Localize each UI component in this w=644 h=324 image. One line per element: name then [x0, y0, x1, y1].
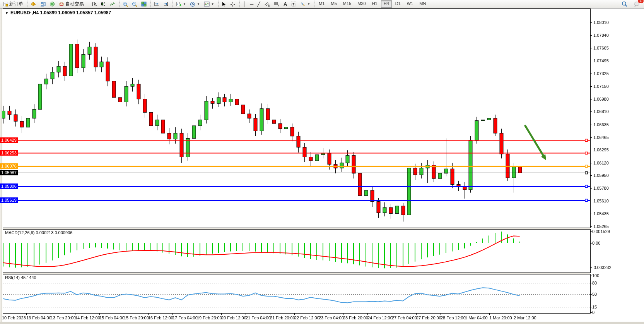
vertical-line-button[interactable]: │: [241, 0, 248, 8]
channel-button[interactable]: E: [262, 0, 272, 8]
zoom-out-button[interactable]: [130, 0, 139, 8]
periods-caret: ▼: [197, 2, 200, 6]
new-order-button[interactable]: 新订单: [1, 0, 25, 8]
cursor-group: [218, 0, 239, 8]
chart-shift-button[interactable]: [161, 0, 171, 8]
text-icon: A: [284, 2, 287, 7]
new-order-icon: [3, 2, 8, 7]
templates-caret: ▼: [211, 2, 214, 6]
metaeditor-button[interactable]: [29, 0, 38, 8]
timeframe-button-m15[interactable]: M15: [340, 0, 354, 8]
timeframe-button-m5[interactable]: M5: [328, 0, 340, 8]
cursor-icon: [222, 2, 226, 7]
tile-windows-icon: [141, 2, 147, 7]
bar-chart-button[interactable]: [89, 0, 99, 8]
crosshair-button[interactable]: [228, 0, 237, 8]
vertical-line-icon: │: [243, 2, 246, 7]
periods-button[interactable]: ▼: [188, 0, 202, 8]
timeframe-button-d1[interactable]: D1: [393, 0, 403, 8]
timeframe-button-mn[interactable]: MN: [417, 0, 429, 8]
service-group: 自动交易: [27, 0, 87, 8]
arrow-objects-icon: [300, 2, 306, 7]
zoom-group: [119, 0, 150, 8]
text-button[interactable]: A: [282, 0, 289, 8]
template-icon: [204, 2, 210, 7]
robot-icon: [59, 2, 64, 7]
timeframe-button-w1[interactable]: W1: [404, 0, 416, 8]
horizontal-line-icon: ─: [250, 2, 253, 7]
timeframe-button-h1[interactable]: H1: [369, 0, 380, 8]
timeframe-button-m30[interactable]: M30: [355, 0, 368, 8]
crosshair-icon: [230, 2, 236, 7]
indicators-add-icon: [176, 2, 181, 7]
tester-person-icon: [40, 2, 46, 7]
clock-icon: [190, 2, 195, 7]
indicators-caret: ▼: [183, 2, 186, 6]
main-toolbar: 新订单 自动交易 ▼ ▼ ▼: [0, 0, 644, 9]
order-group: 新订单: [0, 0, 26, 8]
auto-scroll-icon: [154, 2, 159, 7]
window-bottom-edge: [0, 322, 644, 324]
chart-ohlc-title[interactable]: ▼EURUSD-,H4 1.05899 1.06059 1.05857 1.05…: [5, 10, 111, 15]
equidistant-channel-icon: E: [264, 2, 270, 7]
scroll-group: [150, 0, 172, 8]
svg-text:E: E: [268, 4, 270, 7]
cursor-button[interactable]: [220, 0, 228, 8]
search-button[interactable]: [620, 0, 629, 8]
trading-platform-window: 新订单 自动交易 ▼ ▼ ▼: [0, 0, 644, 324]
arrows-caret: ▼: [307, 2, 310, 6]
trendline-button[interactable]: ╱: [255, 0, 262, 8]
timeframe-button-m1[interactable]: M1: [316, 0, 327, 8]
line-chart-icon: [110, 2, 115, 7]
new-order-label: 新订单: [9, 1, 23, 7]
svg-text:T: T: [292, 2, 295, 6]
timeframe-group: M1M5M15M30H1H4D1W1MN: [314, 0, 430, 8]
svg-text:F: F: [278, 4, 279, 7]
chart-type-group: [88, 0, 118, 8]
indicators-button[interactable]: ▼: [174, 0, 188, 8]
strategy-tester-button[interactable]: [38, 0, 48, 8]
zoom-in-icon: [123, 2, 128, 7]
candlestick-chart-button[interactable]: [99, 0, 108, 8]
objects-group: ▼ ▼ ▼: [173, 0, 217, 8]
line-chart-button[interactable]: [108, 0, 117, 8]
auto-trading-button[interactable]: 自动交易: [57, 0, 86, 8]
arrows-button[interactable]: ▼: [298, 0, 312, 8]
collapse-triangle-icon: ▼: [5, 11, 9, 15]
chart-canvas[interactable]: [0, 0, 644, 324]
fibonacci-icon: F: [274, 2, 280, 7]
bar-chart-icon: [91, 2, 97, 7]
templates-button[interactable]: ▼: [202, 0, 216, 8]
auto-trading-label: 自动交易: [65, 1, 84, 7]
chat-badge: 1: [637, 0, 644, 3]
horizontal-line-button[interactable]: ─: [248, 0, 255, 8]
chat-button[interactable]: 1: [632, 0, 642, 8]
window-left-edge: [0, 8, 2, 322]
chart-shift-icon: [163, 2, 169, 7]
tile-windows-button[interactable]: [139, 0, 149, 8]
toolbar-right: 1: [620, 0, 644, 8]
trendline-icon: ╱: [257, 2, 260, 7]
symbol-ohlc-text: EURUSD-,H4 1.05899 1.06059 1.05857 1.059…: [10, 10, 111, 15]
search-icon: [622, 1, 627, 7]
signals-button[interactable]: [48, 0, 57, 8]
text-label-button[interactable]: T: [289, 0, 298, 8]
zoom-in-button[interactable]: [121, 0, 130, 8]
rsi-indicator-label: RSI(14) 45.1440: [5, 275, 36, 280]
candlestick-chart-icon: [101, 2, 106, 7]
zoom-out-icon: [132, 2, 137, 7]
gold-hat-icon: [31, 2, 36, 7]
auto-scroll-button[interactable]: [152, 0, 161, 8]
text-label-icon: T: [291, 2, 296, 7]
signal-icon: [50, 2, 55, 7]
fibonacci-button[interactable]: F: [272, 0, 282, 8]
timeframe-button-h4[interactable]: H4: [381, 0, 392, 8]
drawing-group: │ ─ ╱ E F A T ▼: [239, 0, 313, 8]
macd-indicator-label: MACD(12,26,9) 0.000213 0.000906: [5, 230, 72, 235]
